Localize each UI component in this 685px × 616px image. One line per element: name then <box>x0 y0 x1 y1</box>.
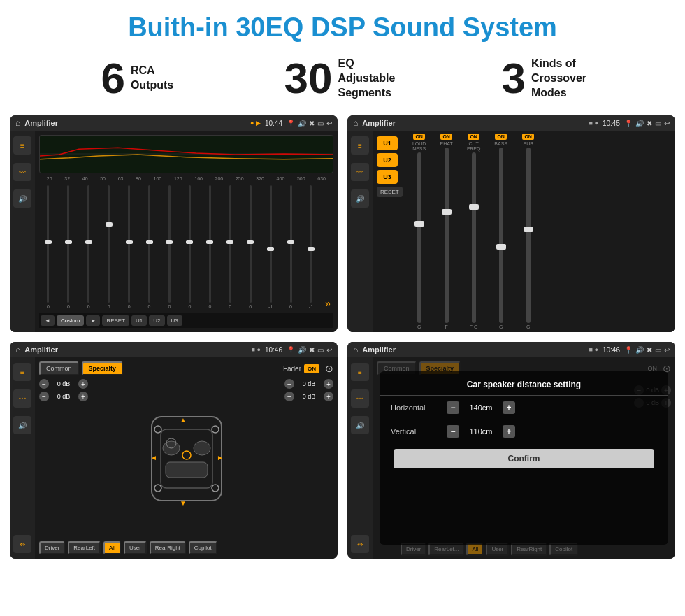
fader-rl-minus[interactable]: − <box>39 392 49 401</box>
sidebar-btn-speaker[interactable]: 🔊 <box>13 189 31 208</box>
topbar-time-3: 10:46 <box>265 346 282 354</box>
volume-icon-4: 🔊 <box>635 346 644 354</box>
cutfreq-slider[interactable] <box>472 152 476 323</box>
reset-btn-2[interactable]: RESET <box>377 187 403 197</box>
screens-grid: ⌂ Amplifier ● ▶ 10:44 📍 🔊 ✖ ▭ ↩ ≡ 〰 🔊 <box>0 110 685 568</box>
fader-fr-minus[interactable]: − <box>284 379 294 389</box>
sidebar-btn-eq-3[interactable]: ≡ <box>13 363 31 381</box>
user-btn[interactable]: User <box>124 541 147 554</box>
sub-toggle[interactable]: ON <box>522 134 534 140</box>
eq-u1-btn[interactable]: U1 <box>131 315 147 326</box>
fader-fl-minus[interactable]: − <box>39 379 49 389</box>
home-icon-3: ⌂ <box>15 345 20 354</box>
fader-content: Common Specialty Fader ON ⊙ − 0 dB + <box>35 357 338 559</box>
rearright-btn[interactable]: RearRight <box>150 541 186 554</box>
fader-fr-plus[interactable]: + <box>324 379 333 389</box>
fader-on-badge: ON <box>304 364 319 373</box>
eq-custom-btn[interactable]: Custom <box>57 315 85 326</box>
channel-sub: ON SUB G <box>516 134 541 329</box>
mode-common-btn[interactable]: Common <box>39 361 79 375</box>
bass-slider[interactable] <box>499 148 503 323</box>
eq-reset-btn[interactable]: RESET <box>102 315 129 326</box>
topbar-time-4: 10:46 <box>603 346 620 354</box>
sidebar-btn-arrows-3[interactable]: ⇔ <box>13 535 31 553</box>
back-icon-4: ↩ <box>664 346 670 354</box>
sidebar-btn-arrows-4[interactable]: ⇔ <box>351 535 369 553</box>
all-btn[interactable]: All <box>103 541 121 554</box>
dialog-title: Car speaker distance setting <box>380 371 668 396</box>
distance-dialog: Car speaker distance setting Horizontal … <box>380 371 668 545</box>
eq-prev-btn[interactable]: ◄ <box>41 315 55 326</box>
phat-slider[interactable] <box>445 148 449 323</box>
sidebar-btn-eq-4[interactable]: ≡ <box>351 363 369 381</box>
sub-slider[interactable] <box>526 148 531 323</box>
back-icon-3: ↩ <box>326 346 332 354</box>
vertical-value: 110cm <box>463 427 498 436</box>
eq-play-btn[interactable]: ► <box>86 315 100 326</box>
cutfreq-toggle[interactable]: ON <box>468 134 480 140</box>
loudness-toggle[interactable]: ON <box>413 134 425 140</box>
back-icon-1: ↩ <box>326 120 332 127</box>
sidebar-btn-speaker-3[interactable]: 🔊 <box>13 416 31 434</box>
fader-rr-row: − 0 dB + <box>284 392 333 401</box>
sidebar-btn-wave-3[interactable]: 〰 <box>13 389 31 408</box>
freq-32: 32 <box>64 176 70 181</box>
vertical-minus-btn[interactable]: − <box>447 425 459 438</box>
eq-u3-btn[interactable]: U3 <box>167 315 182 326</box>
dialog-vertical-stepper: − 110cm + <box>447 425 657 438</box>
eq-u2-btn[interactable]: U2 <box>149 315 164 326</box>
preset-u3[interactable]: U3 <box>377 170 398 184</box>
fader-label: Fader <box>283 365 301 373</box>
fader-rl-plus[interactable]: + <box>78 392 88 401</box>
fader-fl-plus[interactable]: + <box>78 379 88 389</box>
phat-toggle[interactable]: ON <box>440 134 452 140</box>
svg-text:◄: ◄ <box>150 454 157 461</box>
freq-160: 160 <box>194 176 203 181</box>
svg-point-11 <box>212 485 219 492</box>
vertical-plus-btn[interactable]: + <box>503 425 515 438</box>
freq-400: 400 <box>277 176 285 181</box>
stat-divider-2 <box>445 57 445 99</box>
fader-controls-right: − 0 dB + − 0 dB + <box>284 379 333 538</box>
preset-u1[interactable]: U1 <box>377 136 398 150</box>
preset-u2[interactable]: U2 <box>377 153 398 167</box>
bass-toggle[interactable]: ON <box>495 134 507 140</box>
sidebar-btn-wave[interactable]: 〰 <box>13 163 31 181</box>
location-icon-1: 📍 <box>287 120 295 127</box>
sidebar-btn-wave-2[interactable]: 〰 <box>351 163 369 181</box>
dialog-horizontal-label: Horizontal <box>391 403 440 412</box>
horizontal-plus-btn[interactable]: + <box>503 401 515 414</box>
copilot-btn[interactable]: Copilot <box>189 541 217 554</box>
loudness-slider[interactable] <box>417 152 421 323</box>
sidebar-btn-speaker-4[interactable]: 🔊 <box>351 416 369 434</box>
horizontal-minus-btn[interactable]: − <box>447 401 459 414</box>
screen-body-3: ≡ 〰 🔊 ⇔ Common Specialty Fader ON ⊙ <box>10 357 338 559</box>
svg-point-9 <box>212 426 219 433</box>
eq-more-btn[interactable]: » <box>322 298 333 309</box>
screen-body-1: ≡ 〰 🔊 25 32 40 50 <box>10 131 338 332</box>
sidebar-btn-eq-2[interactable]: ≡ <box>351 136 369 155</box>
mode-specialty-btn[interactable]: Specialty <box>82 361 124 375</box>
home-icon-1: ⌂ <box>15 118 20 128</box>
window-icon-3: ▭ <box>317 346 324 354</box>
fader-fl-val: 0 dB <box>51 380 76 387</box>
fader-rr-minus[interactable]: − <box>284 392 294 401</box>
sidebar-btn-eq[interactable]: ≡ <box>13 136 31 155</box>
topbar-title-1: Amplifier <box>24 119 246 127</box>
confirm-button[interactable]: Confirm <box>394 449 654 468</box>
sidebar-btn-wave-4[interactable]: 〰 <box>351 389 369 408</box>
eq-sliders-row: 0 0 0 5 0 <box>39 184 333 310</box>
eq-slider-0: 0 <box>39 185 57 309</box>
rearleft-btn[interactable]: RearLeft <box>68 541 101 554</box>
freq-500: 500 <box>297 176 305 181</box>
screen-fader: ⌂ Amplifier ■ ● 10:46 📍 🔊 ✖ ▭ ↩ ≡ 〰 🔊 ⇔ … <box>10 342 338 559</box>
fader-rr-plus[interactable]: + <box>324 392 333 401</box>
sidebar-btn-speaker-2[interactable]: 🔊 <box>351 189 369 208</box>
dialog-horizontal-stepper: − 140cm + <box>447 401 657 414</box>
crossover-channels: ON LOUDNESS G ON PHAT F <box>407 134 672 329</box>
topbar-title-2: Amplifier <box>362 119 584 127</box>
stat-crossover: 3 Kinds ofCrossover Modes <box>452 57 643 100</box>
sidebar-1: ≡ 〰 🔊 <box>10 131 35 332</box>
driver-btn[interactable]: Driver <box>39 541 65 554</box>
channel-loudness: ON LOUDNESS G <box>407 134 432 329</box>
